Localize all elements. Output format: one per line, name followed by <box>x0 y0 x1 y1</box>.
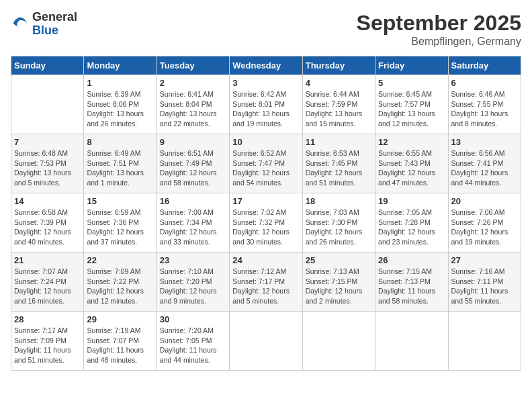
location: Bempflingen, Germany <box>357 36 521 48</box>
day-info: Sunrise: 6:45 AM Sunset: 7:57 PM Dayligh… <box>378 89 445 129</box>
day-cell: 19Sunrise: 7:05 AM Sunset: 7:28 PM Dayli… <box>375 193 448 253</box>
day-cell: 2Sunrise: 6:41 AM Sunset: 8:04 PM Daylig… <box>157 75 229 134</box>
day-info: Sunrise: 7:13 AM Sunset: 7:15 PM Dayligh… <box>306 267 372 306</box>
day-info: Sunrise: 7:17 AM Sunset: 7:09 PM Dayligh… <box>14 326 81 365</box>
day-cell: 29Sunrise: 7:19 AM Sunset: 7:07 PM Dayli… <box>84 312 157 371</box>
calendar-body: 1Sunrise: 6:39 AM Sunset: 8:06 PM Daylig… <box>11 75 521 371</box>
day-cell: 4Sunrise: 6:44 AM Sunset: 7:59 PM Daylig… <box>302 75 375 134</box>
day-number: 7 <box>14 137 81 147</box>
day-number: 4 <box>306 78 372 88</box>
day-number: 13 <box>451 137 518 147</box>
day-number: 17 <box>232 196 299 206</box>
day-cell: 25Sunrise: 7:13 AM Sunset: 7:15 PM Dayli… <box>302 253 375 312</box>
header-day-tuesday: Tuesday <box>157 56 229 75</box>
day-cell: 9Sunrise: 6:51 AM Sunset: 7:49 PM Daylig… <box>157 134 229 193</box>
week-row-1: 1Sunrise: 6:39 AM Sunset: 8:06 PM Daylig… <box>11 75 521 134</box>
header-day-saturday: Saturday <box>448 56 521 75</box>
day-cell: 18Sunrise: 7:03 AM Sunset: 7:30 PM Dayli… <box>302 193 375 253</box>
day-cell: 16Sunrise: 7:00 AM Sunset: 7:34 PM Dayli… <box>157 193 229 253</box>
day-number: 10 <box>232 137 299 147</box>
day-number: 27 <box>451 255 518 265</box>
calendar-table: SundayMondayTuesdayWednesdayThursdayFrid… <box>11 56 521 371</box>
day-number: 9 <box>160 137 226 147</box>
day-info: Sunrise: 6:44 AM Sunset: 7:59 PM Dayligh… <box>306 89 372 129</box>
day-cell: 17Sunrise: 7:02 AM Sunset: 7:32 PM Dayli… <box>230 193 302 253</box>
day-info: Sunrise: 7:00 AM Sunset: 7:34 PM Dayligh… <box>160 208 226 247</box>
week-row-3: 14Sunrise: 6:58 AM Sunset: 7:39 PM Dayli… <box>11 193 521 253</box>
day-number: 8 <box>87 137 153 147</box>
day-number: 22 <box>87 255 153 265</box>
day-info: Sunrise: 6:41 AM Sunset: 8:04 PM Dayligh… <box>160 89 226 129</box>
day-cell <box>302 312 375 371</box>
day-info: Sunrise: 7:16 AM Sunset: 7:11 PM Dayligh… <box>451 267 518 306</box>
month-title: September 2025 <box>357 11 521 36</box>
day-info: Sunrise: 6:58 AM Sunset: 7:39 PM Dayligh… <box>14 208 81 247</box>
day-info: Sunrise: 7:09 AM Sunset: 7:22 PM Dayligh… <box>87 267 153 306</box>
day-number: 19 <box>378 196 445 206</box>
day-number: 3 <box>232 78 299 88</box>
day-info: Sunrise: 7:02 AM Sunset: 7:32 PM Dayligh… <box>232 208 299 247</box>
logo-bird-icon <box>11 15 30 34</box>
day-info: Sunrise: 7:03 AM Sunset: 7:30 PM Dayligh… <box>306 208 372 247</box>
day-number: 29 <box>87 314 153 324</box>
day-cell: 26Sunrise: 7:15 AM Sunset: 7:13 PM Dayli… <box>375 253 448 312</box>
day-cell <box>11 75 84 134</box>
day-cell: 23Sunrise: 7:10 AM Sunset: 7:20 PM Dayli… <box>157 253 229 312</box>
day-cell: 10Sunrise: 6:52 AM Sunset: 7:47 PM Dayli… <box>230 134 302 193</box>
day-info: Sunrise: 6:46 AM Sunset: 7:55 PM Dayligh… <box>451 89 518 129</box>
logo-text: General Blue <box>32 11 77 38</box>
title-block: September 2025 Bempflingen, Germany <box>357 11 521 48</box>
day-cell <box>448 312 521 371</box>
day-number: 12 <box>378 137 445 147</box>
day-number: 20 <box>451 196 518 206</box>
day-info: Sunrise: 6:52 AM Sunset: 7:47 PM Dayligh… <box>232 148 299 188</box>
header-row: SundayMondayTuesdayWednesdayThursdayFrid… <box>11 56 521 75</box>
day-number: 24 <box>232 255 299 265</box>
day-info: Sunrise: 6:42 AM Sunset: 8:01 PM Dayligh… <box>232 89 299 129</box>
day-cell <box>375 312 448 371</box>
day-number: 23 <box>160 255 226 265</box>
day-cell: 27Sunrise: 7:16 AM Sunset: 7:11 PM Dayli… <box>448 253 521 312</box>
day-info: Sunrise: 6:55 AM Sunset: 7:43 PM Dayligh… <box>378 148 445 188</box>
logo-general: General <box>32 10 77 24</box>
week-row-4: 21Sunrise: 7:07 AM Sunset: 7:24 PM Dayli… <box>11 253 521 312</box>
day-cell: 13Sunrise: 6:56 AM Sunset: 7:41 PM Dayli… <box>448 134 521 193</box>
day-cell: 11Sunrise: 6:53 AM Sunset: 7:45 PM Dayli… <box>302 134 375 193</box>
header-day-friday: Friday <box>375 56 448 75</box>
day-info: Sunrise: 7:10 AM Sunset: 7:20 PM Dayligh… <box>160 267 226 306</box>
calendar-header: SundayMondayTuesdayWednesdayThursdayFrid… <box>11 56 521 75</box>
day-info: Sunrise: 7:12 AM Sunset: 7:17 PM Dayligh… <box>232 267 299 306</box>
day-cell: 1Sunrise: 6:39 AM Sunset: 8:06 PM Daylig… <box>84 75 157 134</box>
day-info: Sunrise: 7:19 AM Sunset: 7:07 PM Dayligh… <box>87 326 153 365</box>
day-cell: 7Sunrise: 6:48 AM Sunset: 7:53 PM Daylig… <box>11 134 84 193</box>
day-info: Sunrise: 6:48 AM Sunset: 7:53 PM Dayligh… <box>14 148 81 188</box>
day-info: Sunrise: 6:53 AM Sunset: 7:45 PM Dayligh… <box>306 148 372 188</box>
day-cell: 3Sunrise: 6:42 AM Sunset: 8:01 PM Daylig… <box>230 75 302 134</box>
day-info: Sunrise: 7:20 AM Sunset: 7:05 PM Dayligh… <box>160 326 226 365</box>
day-info: Sunrise: 7:15 AM Sunset: 7:13 PM Dayligh… <box>378 267 445 306</box>
day-cell: 24Sunrise: 7:12 AM Sunset: 7:17 PM Dayli… <box>230 253 302 312</box>
day-cell: 20Sunrise: 7:06 AM Sunset: 7:26 PM Dayli… <box>448 193 521 253</box>
header-day-sunday: Sunday <box>11 56 84 75</box>
day-info: Sunrise: 6:39 AM Sunset: 8:06 PM Dayligh… <box>87 89 153 129</box>
week-row-5: 28Sunrise: 7:17 AM Sunset: 7:09 PM Dayli… <box>11 312 521 371</box>
day-cell: 22Sunrise: 7:09 AM Sunset: 7:22 PM Dayli… <box>84 253 157 312</box>
day-number: 2 <box>160 78 226 88</box>
day-info: Sunrise: 6:51 AM Sunset: 7:49 PM Dayligh… <box>160 148 226 188</box>
day-number: 6 <box>451 78 518 88</box>
day-cell: 15Sunrise: 6:59 AM Sunset: 7:36 PM Dayli… <box>84 193 157 253</box>
day-number: 5 <box>378 78 445 88</box>
day-number: 15 <box>87 196 153 206</box>
day-cell: 30Sunrise: 7:20 AM Sunset: 7:05 PM Dayli… <box>157 312 229 371</box>
day-cell: 5Sunrise: 6:45 AM Sunset: 7:57 PM Daylig… <box>375 75 448 134</box>
day-number: 26 <box>378 255 445 265</box>
day-info: Sunrise: 6:56 AM Sunset: 7:41 PM Dayligh… <box>451 148 518 188</box>
day-cell: 6Sunrise: 6:46 AM Sunset: 7:55 PM Daylig… <box>448 75 521 134</box>
day-cell: 8Sunrise: 6:49 AM Sunset: 7:51 PM Daylig… <box>84 134 157 193</box>
day-cell <box>230 312 302 371</box>
day-number: 30 <box>160 314 226 324</box>
day-number: 21 <box>14 255 81 265</box>
day-cell: 21Sunrise: 7:07 AM Sunset: 7:24 PM Dayli… <box>11 253 84 312</box>
day-cell: 28Sunrise: 7:17 AM Sunset: 7:09 PM Dayli… <box>11 312 84 371</box>
page-header: General Blue September 2025 Bempflingen,… <box>11 11 521 48</box>
